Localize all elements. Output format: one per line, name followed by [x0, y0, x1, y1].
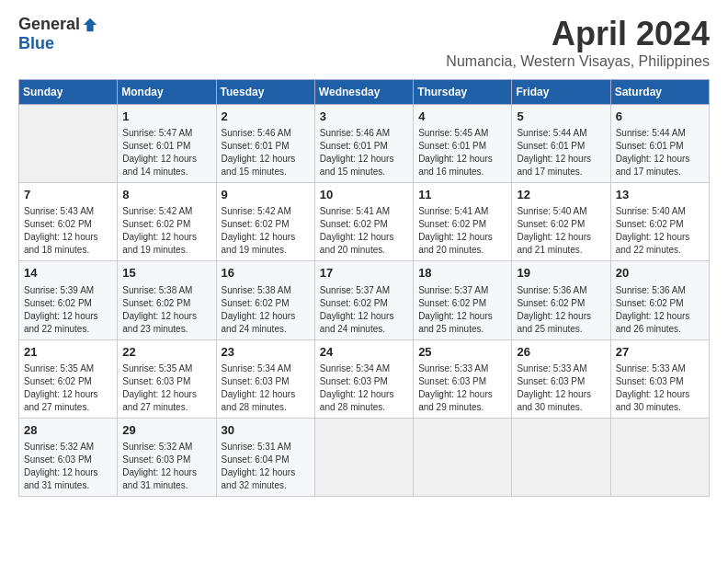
- calendar-cell: 5Sunrise: 5:44 AM Sunset: 6:01 PM Daylig…: [512, 105, 610, 183]
- day-info: Sunrise: 5:36 AM Sunset: 6:02 PM Dayligh…: [517, 284, 605, 336]
- calendar-cell: 1Sunrise: 5:47 AM Sunset: 6:01 PM Daylig…: [118, 105, 216, 183]
- calendar-cell: 4Sunrise: 5:45 AM Sunset: 6:01 PM Daylig…: [414, 105, 512, 183]
- month-title: April 2024: [446, 15, 710, 53]
- calendar-cell: [19, 105, 118, 183]
- day-number: 4: [418, 109, 506, 125]
- day-info: Sunrise: 5:35 AM Sunset: 6:03 PM Dayligh…: [122, 362, 210, 414]
- day-info: Sunrise: 5:44 AM Sunset: 6:01 PM Dayligh…: [517, 127, 605, 178]
- calendar-cell: 27Sunrise: 5:33 AM Sunset: 6:03 PM Dayli…: [610, 339, 709, 418]
- day-info: Sunrise: 5:36 AM Sunset: 6:02 PM Dayligh…: [616, 284, 704, 336]
- calendar-cell: 9Sunrise: 5:42 AM Sunset: 6:02 PM Daylig…: [216, 183, 314, 261]
- calendar-cell: [314, 418, 413, 496]
- calendar-header-row: SundayMondayTuesdayWednesdayThursdayFrid…: [19, 80, 710, 105]
- day-number: 13: [616, 187, 704, 203]
- calendar-cell: 30Sunrise: 5:31 AM Sunset: 6:04 PM Dayli…: [216, 418, 314, 496]
- day-number: 16: [222, 265, 310, 282]
- day-number: 20: [616, 265, 704, 282]
- day-info: Sunrise: 5:33 AM Sunset: 6:03 PM Dayligh…: [418, 362, 506, 414]
- day-info: Sunrise: 5:44 AM Sunset: 6:01 PM Dayligh…: [616, 127, 704, 178]
- day-number: 29: [122, 422, 210, 439]
- day-number: 15: [122, 265, 210, 282]
- calendar-cell: 8Sunrise: 5:42 AM Sunset: 6:02 PM Daylig…: [118, 183, 216, 261]
- calendar-header-tuesday: Tuesday: [216, 80, 314, 105]
- calendar-cell: 2Sunrise: 5:46 AM Sunset: 6:01 PM Daylig…: [216, 105, 314, 183]
- day-number: 1: [122, 109, 210, 125]
- logo: General Blue: [18, 15, 98, 53]
- day-number: 22: [122, 344, 210, 361]
- calendar-cell: 10Sunrise: 5:41 AM Sunset: 6:02 PM Dayli…: [314, 183, 413, 261]
- day-number: 24: [320, 344, 408, 361]
- calendar-cell: 29Sunrise: 5:32 AM Sunset: 6:03 PM Dayli…: [118, 418, 216, 496]
- day-number: 5: [517, 109, 605, 125]
- day-number: 9: [222, 187, 310, 203]
- day-number: 2: [222, 109, 310, 125]
- day-number: 8: [122, 187, 210, 203]
- day-number: 17: [320, 265, 408, 282]
- day-info: Sunrise: 5:34 AM Sunset: 6:03 PM Dayligh…: [222, 362, 310, 414]
- calendar-cell: 25Sunrise: 5:33 AM Sunset: 6:03 PM Dayli…: [414, 339, 512, 418]
- calendar-cell: 24Sunrise: 5:34 AM Sunset: 6:03 PM Dayli…: [314, 339, 413, 418]
- day-info: Sunrise: 5:41 AM Sunset: 6:02 PM Dayligh…: [320, 205, 408, 257]
- calendar-header-saturday: Saturday: [610, 80, 709, 105]
- logo-icon: [82, 17, 98, 33]
- page-header: General Blue April 2024 Numancia, Wester…: [18, 15, 710, 70]
- calendar-cell: [610, 418, 709, 496]
- calendar-header-friday: Friday: [512, 80, 610, 105]
- day-info: Sunrise: 5:38 AM Sunset: 6:02 PM Dayligh…: [222, 284, 310, 336]
- calendar-cell: 6Sunrise: 5:44 AM Sunset: 6:01 PM Daylig…: [610, 105, 709, 183]
- logo-blue: Blue: [18, 34, 54, 53]
- calendar-week-1: 1Sunrise: 5:47 AM Sunset: 6:01 PM Daylig…: [19, 105, 710, 183]
- calendar-cell: 12Sunrise: 5:40 AM Sunset: 6:02 PM Dayli…: [512, 183, 610, 261]
- logo-general: General: [18, 15, 80, 34]
- day-info: Sunrise: 5:43 AM Sunset: 6:02 PM Dayligh…: [24, 205, 112, 257]
- day-info: Sunrise: 5:34 AM Sunset: 6:03 PM Dayligh…: [320, 362, 408, 414]
- day-number: 14: [24, 265, 112, 282]
- calendar-header-wednesday: Wednesday: [314, 80, 413, 105]
- day-info: Sunrise: 5:46 AM Sunset: 6:01 PM Dayligh…: [320, 127, 408, 178]
- day-number: 27: [616, 344, 704, 361]
- day-info: Sunrise: 5:40 AM Sunset: 6:02 PM Dayligh…: [517, 205, 605, 257]
- day-info: Sunrise: 5:39 AM Sunset: 6:02 PM Dayligh…: [24, 284, 112, 336]
- calendar-cell: 22Sunrise: 5:35 AM Sunset: 6:03 PM Dayli…: [118, 339, 216, 418]
- day-info: Sunrise: 5:37 AM Sunset: 6:02 PM Dayligh…: [320, 284, 408, 336]
- calendar-cell: 14Sunrise: 5:39 AM Sunset: 6:02 PM Dayli…: [19, 261, 118, 339]
- day-number: 7: [24, 187, 112, 203]
- day-number: 6: [616, 109, 704, 125]
- day-info: Sunrise: 5:32 AM Sunset: 6:03 PM Dayligh…: [122, 441, 210, 492]
- calendar-table: SundayMondayTuesdayWednesdayThursdayFrid…: [18, 79, 710, 497]
- location-title: Numancia, Western Visayas, Philippines: [446, 53, 710, 70]
- day-info: Sunrise: 5:47 AM Sunset: 6:01 PM Dayligh…: [122, 127, 210, 178]
- day-number: 12: [517, 187, 605, 203]
- day-info: Sunrise: 5:42 AM Sunset: 6:02 PM Dayligh…: [222, 205, 310, 257]
- calendar-cell: [512, 418, 610, 496]
- day-number: 11: [418, 187, 506, 203]
- day-info: Sunrise: 5:40 AM Sunset: 6:02 PM Dayligh…: [616, 205, 704, 257]
- day-number: 28: [24, 422, 112, 439]
- calendar-cell: 21Sunrise: 5:35 AM Sunset: 6:02 PM Dayli…: [19, 339, 118, 418]
- calendar-week-5: 28Sunrise: 5:32 AM Sunset: 6:03 PM Dayli…: [19, 418, 710, 496]
- calendar-header-sunday: Sunday: [19, 80, 118, 105]
- calendar-cell: 16Sunrise: 5:38 AM Sunset: 6:02 PM Dayli…: [216, 261, 314, 339]
- title-block: April 2024 Numancia, Western Visayas, Ph…: [446, 15, 710, 70]
- day-number: 3: [320, 109, 408, 125]
- calendar-week-4: 21Sunrise: 5:35 AM Sunset: 6:02 PM Dayli…: [19, 339, 710, 418]
- day-info: Sunrise: 5:35 AM Sunset: 6:02 PM Dayligh…: [24, 362, 112, 414]
- day-info: Sunrise: 5:31 AM Sunset: 6:04 PM Dayligh…: [222, 441, 310, 492]
- day-number: 26: [517, 344, 605, 361]
- calendar-cell: 18Sunrise: 5:37 AM Sunset: 6:02 PM Dayli…: [414, 261, 512, 339]
- day-info: Sunrise: 5:42 AM Sunset: 6:02 PM Dayligh…: [122, 205, 210, 257]
- calendar-header-monday: Monday: [118, 80, 216, 105]
- calendar-cell: 28Sunrise: 5:32 AM Sunset: 6:03 PM Dayli…: [19, 418, 118, 496]
- day-info: Sunrise: 5:46 AM Sunset: 6:01 PM Dayligh…: [222, 127, 310, 178]
- day-number: 30: [222, 422, 310, 439]
- day-info: Sunrise: 5:33 AM Sunset: 6:03 PM Dayligh…: [616, 362, 704, 414]
- calendar-cell: 20Sunrise: 5:36 AM Sunset: 6:02 PM Dayli…: [610, 261, 709, 339]
- day-info: Sunrise: 5:33 AM Sunset: 6:03 PM Dayligh…: [517, 362, 605, 414]
- calendar-cell: 23Sunrise: 5:34 AM Sunset: 6:03 PM Dayli…: [216, 339, 314, 418]
- calendar-cell: 15Sunrise: 5:38 AM Sunset: 6:02 PM Dayli…: [118, 261, 216, 339]
- calendar-week-2: 7Sunrise: 5:43 AM Sunset: 6:02 PM Daylig…: [19, 183, 710, 261]
- calendar-cell: 19Sunrise: 5:36 AM Sunset: 6:02 PM Dayli…: [512, 261, 610, 339]
- calendar-cell: 17Sunrise: 5:37 AM Sunset: 6:02 PM Dayli…: [314, 261, 413, 339]
- day-info: Sunrise: 5:38 AM Sunset: 6:02 PM Dayligh…: [122, 284, 210, 336]
- day-info: Sunrise: 5:37 AM Sunset: 6:02 PM Dayligh…: [418, 284, 506, 336]
